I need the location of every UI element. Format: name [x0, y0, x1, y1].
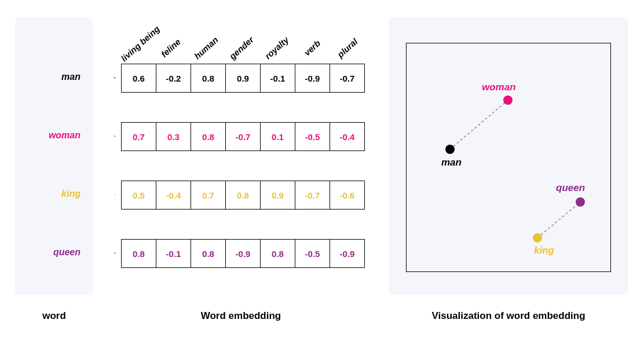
- word-label-man: man: [61, 72, 80, 82]
- point-label-queen: queen: [556, 182, 585, 194]
- svg-marker-3: [114, 135, 118, 137]
- point-label-woman: woman: [482, 82, 516, 93]
- cell: -0.6: [330, 181, 365, 210]
- caption-viz: Visualization of word embedding: [389, 310, 628, 322]
- line-king-queen: [537, 202, 580, 238]
- cell: 0.8: [191, 122, 226, 151]
- cell: -0.9: [330, 239, 365, 268]
- embedding-row-woman: 0.7 0.3 0.8 -0.7 0.1 -0.5 -0.4: [121, 122, 365, 151]
- cell: -0.7: [295, 181, 330, 210]
- arrow-icon: [97, 252, 118, 254]
- arrow-icon: [97, 77, 118, 78]
- embedding-panel: living being feline human gender royalty…: [93, 17, 389, 295]
- cell: 0.7: [191, 181, 226, 210]
- dim-label: royalty: [260, 32, 293, 63]
- dim-label: gender: [225, 32, 258, 63]
- arrow-icon: [97, 135, 118, 137]
- svg-marker-7: [114, 252, 118, 254]
- visualization-box: man woman king queen: [406, 43, 611, 272]
- point-label-man: man: [441, 157, 462, 168]
- connector-lines: [407, 43, 612, 273]
- word-label-queen: queen: [53, 247, 80, 258]
- dim-label: feline: [154, 32, 187, 63]
- dim-label: human: [189, 32, 222, 63]
- point-woman: [503, 95, 513, 105]
- cell: 0.8: [191, 239, 226, 268]
- word-label-king: king: [61, 189, 80, 199]
- svg-marker-5: [114, 194, 118, 195]
- cell: 0.1: [260, 122, 295, 151]
- visualization-panel: man woman king queen: [389, 17, 628, 295]
- cell: 0.7: [121, 122, 156, 151]
- cell: -0.1: [156, 239, 191, 268]
- cell: -0.2: [156, 64, 191, 93]
- cell: -0.1: [260, 64, 295, 93]
- cell: -0.4: [330, 122, 365, 151]
- cell: 0.9: [225, 64, 261, 93]
- cell: 0.8: [225, 181, 261, 210]
- dim-label: plural: [331, 32, 364, 63]
- cell: 0.8: [191, 64, 226, 93]
- embedding-row-queen: 0.8 -0.1 0.8 -0.9 0.8 -0.5 -0.9: [121, 239, 365, 268]
- cell: 0.9: [260, 181, 295, 210]
- cell: -0.9: [225, 239, 261, 268]
- embedding-row-man: 0.6 -0.2 0.8 0.9 -0.1 -0.9 -0.7: [121, 64, 365, 93]
- point-man: [445, 145, 455, 154]
- cell: 0.6: [121, 64, 156, 93]
- word-column-panel: man woman king queen: [15, 17, 93, 295]
- cell: 0.8: [121, 239, 156, 268]
- point-queen: [576, 197, 585, 207]
- cell: 0.8: [260, 239, 295, 268]
- caption-embedding: Word embedding: [93, 310, 389, 322]
- arrow-icon: [97, 194, 118, 195]
- cell: -0.4: [156, 181, 191, 210]
- cell: -0.7: [330, 64, 365, 93]
- point-king: [533, 233, 542, 243]
- captions-row: word Word embedding Visualization of wor…: [15, 310, 629, 322]
- word-label-woman: woman: [49, 130, 80, 141]
- cell: -0.5: [295, 122, 330, 151]
- cell: 0.3: [156, 122, 191, 151]
- dim-label: living being: [119, 32, 152, 63]
- cell: 0.5: [121, 181, 156, 210]
- dim-label: verb: [295, 32, 328, 63]
- cell: -0.5: [295, 239, 330, 268]
- cell: -0.7: [225, 122, 261, 151]
- embedding-row-king: 0.5 -0.4 0.7 0.8 0.9 -0.7 -0.6: [121, 181, 365, 210]
- point-label-king: king: [534, 245, 554, 256]
- cell: -0.9: [295, 64, 330, 93]
- line-man-woman: [450, 100, 508, 149]
- svg-marker-1: [114, 77, 118, 78]
- caption-word: word: [15, 310, 93, 322]
